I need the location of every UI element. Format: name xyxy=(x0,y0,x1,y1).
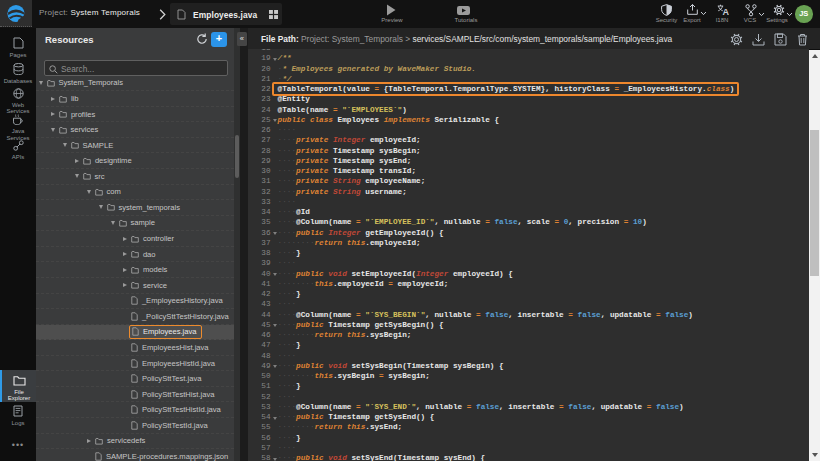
svg-text:A: A xyxy=(722,7,728,16)
